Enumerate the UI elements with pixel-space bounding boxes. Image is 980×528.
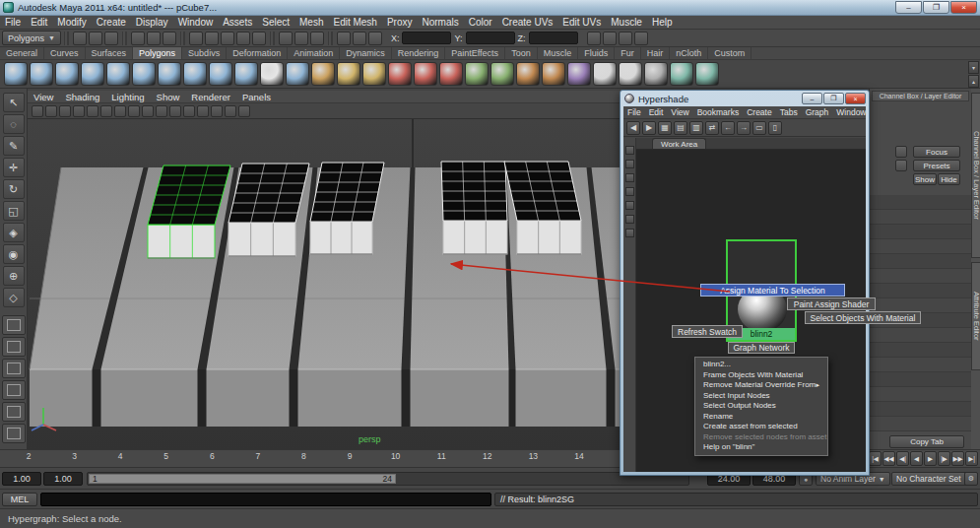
shelf-tab-custom[interactable]: Custom — [708, 47, 751, 59]
scale-tool-icon[interactable]: ◱ — [3, 201, 25, 221]
render-settings-icon[interactable] — [368, 32, 382, 45]
open-scene-icon[interactable] — [89, 32, 102, 45]
attribute-list-icon[interactable] — [895, 146, 907, 158]
poly-platonic-icon[interactable] — [286, 62, 309, 86]
hypershade-close-button[interactable]: × — [845, 93, 866, 104]
resolution-gate-icon[interactable] — [73, 105, 85, 117]
step-forward-frame-icon[interactable]: |▶ — [938, 451, 950, 466]
attribute-row[interactable] — [870, 372, 971, 387]
menu-edit-mesh[interactable]: Edit Mesh — [328, 17, 381, 28]
persp-outliner-layout-button[interactable] — [2, 402, 26, 422]
poly-sphere-icon[interactable] — [4, 62, 28, 86]
menu-modify[interactable]: Modify — [52, 17, 91, 28]
shelf-tab-surfaces[interactable]: Surfaces — [86, 47, 134, 59]
boolean-intersection-icon[interactable] — [439, 62, 463, 86]
context-menu-item-create-asset-from-selected[interactable]: Create asset from selected — [695, 422, 827, 432]
select-object-icon[interactable] — [147, 32, 161, 45]
channel-box-tab[interactable]: Channel Box / Layer Editor — [872, 91, 969, 101]
step-back-frame-icon[interactable]: ◀| — [896, 451, 909, 466]
mirror-geometry-icon[interactable] — [695, 62, 719, 86]
menu-item-assign-material-to-selection[interactable]: Assign Material To Selection — [700, 284, 845, 297]
boolean-union-icon[interactable] — [388, 62, 412, 86]
smooth-shade-display-icon[interactable] — [156, 105, 167, 117]
snap-together-icon[interactable] — [619, 32, 632, 45]
play-backwards-icon[interactable]: ◀ — [910, 451, 923, 466]
snap-curve-icon[interactable] — [205, 32, 219, 45]
command-input[interactable] — [40, 493, 491, 506]
field-chart-icon[interactable] — [100, 105, 112, 117]
command-language-button[interactable]: MEL — [2, 493, 37, 506]
grid-toggle-icon[interactable] — [45, 105, 57, 117]
x-input[interactable] — [402, 32, 451, 44]
create-all-nodes-icon[interactable] — [625, 160, 634, 168]
menu-assets[interactable]: Assets — [218, 17, 257, 28]
smooth-icon[interactable] — [465, 62, 489, 86]
context-menu-item-select-output-nodes[interactable]: Select Output Nodes — [695, 401, 827, 412]
menu-select[interactable]: Select — [257, 17, 294, 28]
shelf-tab-rendering[interactable]: Rendering — [392, 47, 446, 59]
shelf-tab-painteffects[interactable]: PaintEffects — [445, 47, 505, 59]
attribute-row[interactable] — [870, 284, 971, 298]
shelf-tab-dynamics[interactable]: Dynamics — [340, 47, 392, 59]
snap-point-icon[interactable] — [221, 32, 234, 45]
output-connections-icon[interactable] — [294, 32, 308, 45]
shelf-tab-curves[interactable]: Curves — [44, 47, 86, 59]
focus-button[interactable]: Focus — [913, 146, 960, 158]
camera-lock-icon[interactable] — [32, 105, 43, 117]
playback-start-field[interactable]: 1.00 — [2, 472, 41, 486]
menu-color[interactable]: Color — [464, 17, 497, 28]
insert-edge-loop-icon[interactable] — [619, 62, 642, 86]
fog-toggle-icon[interactable] — [225, 105, 236, 117]
gate-mask-icon[interactable] — [87, 105, 98, 117]
context-menu-item-help-on-blinn[interactable]: Help on "blinn" — [695, 442, 827, 453]
shelf-tab-menu-button[interactable]: ▾ — [968, 61, 979, 74]
poly-torus-icon[interactable] — [132, 62, 156, 86]
separator-handle[interactable] — [64, 32, 69, 45]
menu-window[interactable]: Window — [173, 17, 219, 28]
hypershade-persp-layout-button[interactable] — [2, 424, 26, 443]
bridge-icon[interactable] — [567, 62, 591, 86]
universal-manipulator-icon[interactable]: ◈ — [3, 223, 25, 242]
snap-view-plane-icon[interactable] — [236, 32, 250, 45]
poly-plane-icon[interactable] — [106, 62, 130, 86]
center-pivot-icon[interactable] — [603, 32, 617, 45]
safe-action-icon[interactable] — [114, 105, 126, 117]
graph-materials-icon[interactable]: ▤ — [674, 121, 687, 135]
ipr-render-icon[interactable] — [353, 32, 366, 45]
attribute-row[interactable] — [870, 343, 971, 358]
select-tool-icon[interactable]: ↖ — [3, 93, 25, 112]
attribute-row[interactable] — [870, 195, 971, 210]
forward-icon[interactable]: ▶ — [642, 121, 656, 135]
hypershade-minimize-button[interactable]: – — [802, 93, 822, 104]
context-menu-item-rename[interactable]: Rename — [695, 412, 827, 423]
menu-edit[interactable]: Edit — [26, 17, 52, 28]
hypershade-menu-edit[interactable]: Edit — [645, 107, 668, 117]
cameras-bin-icon[interactable] — [625, 229, 634, 237]
animation-preferences-icon[interactable]: ⚙ — [964, 472, 978, 486]
input-connections-icon[interactable] — [279, 32, 293, 45]
show-top-tabs-icon[interactable]: ▭ — [752, 121, 766, 135]
input-connections-icon[interactable]: ← — [721, 121, 735, 135]
hypershade-menu-bookmarks[interactable]: Bookmarks — [693, 107, 744, 117]
menu-set-selector[interactable]: Polygons ▼ — [2, 31, 61, 45]
menu-display[interactable]: Display — [131, 17, 173, 28]
poly-helix-icon[interactable] — [234, 62, 258, 86]
bevel-icon[interactable] — [542, 62, 565, 86]
attribute-row[interactable] — [870, 328, 971, 343]
snap-surface-icon[interactable] — [252, 32, 266, 45]
select-component-icon[interactable] — [163, 32, 176, 45]
xray-display-icon[interactable] — [197, 105, 209, 117]
two-pane-stacked-layout-button[interactable] — [2, 359, 26, 378]
two-pane-side-layout-button[interactable] — [2, 337, 26, 357]
step-forward-key-icon[interactable]: ▶▶ — [951, 451, 964, 466]
output-connections-icon[interactable]: → — [737, 121, 751, 135]
four-pane-layout-button[interactable] — [2, 380, 26, 400]
highlight-selection-icon[interactable] — [587, 32, 601, 45]
shelf-tab-fluids[interactable]: Fluids — [578, 47, 615, 59]
y-input[interactable] — [466, 32, 515, 44]
menu-item-graph-network[interactable]: Graph Network — [728, 342, 795, 354]
multisample-icon[interactable] — [238, 105, 250, 117]
maya-app-icon[interactable] — [3, 2, 14, 13]
poly-prism-icon[interactable] — [158, 62, 181, 86]
rotate-tool-icon[interactable]: ↻ — [3, 179, 25, 199]
